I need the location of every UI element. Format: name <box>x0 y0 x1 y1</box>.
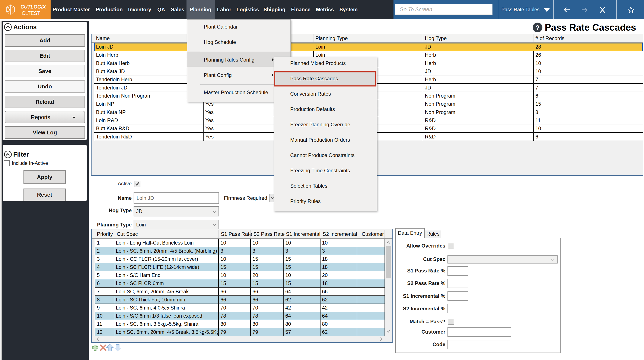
svg-text:?: ? <box>536 24 540 31</box>
